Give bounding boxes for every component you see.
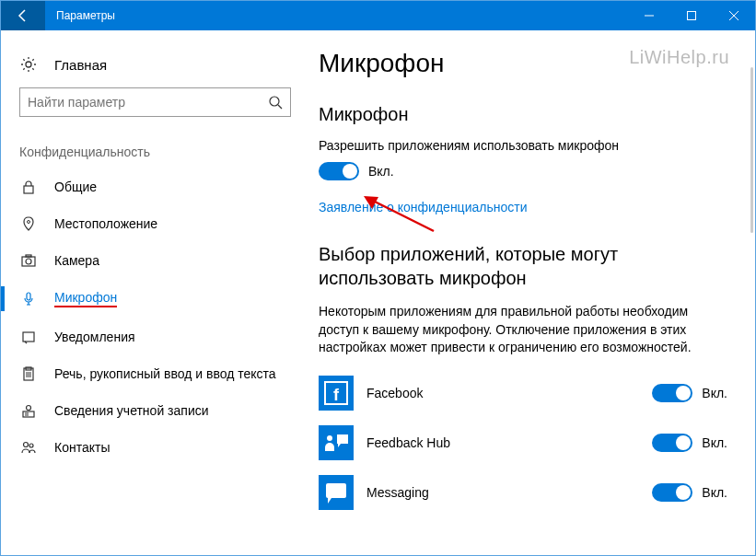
svg-rect-13: [23, 332, 34, 342]
sidebar-item-account[interactable]: Сведения учетной записи: [1, 392, 309, 429]
svg-point-23: [24, 443, 29, 447]
maximize-icon: [687, 11, 696, 20]
section-title: Микрофон: [319, 104, 727, 125]
clipboard-icon: [19, 366, 38, 381]
app-toggle-messaging[interactable]: [652, 483, 692, 502]
sidebar: Главная Конфиденциальность Общие Местопо…: [1, 30, 309, 555]
svg-point-29: [327, 435, 332, 441]
arrow-left-icon: [16, 8, 30, 23]
toggle-knob: [676, 435, 691, 450]
close-button[interactable]: [713, 1, 755, 30]
main-toggle-row: Вкл.: [319, 162, 727, 180]
svg-point-8: [28, 221, 30, 224]
window-title: Параметры: [45, 9, 628, 22]
app-toggle-feedback-hub[interactable]: [652, 434, 692, 452]
location-icon: [19, 216, 38, 231]
svg-point-19: [27, 406, 31, 411]
messaging-icon: [319, 475, 354, 510]
microphone-icon: [19, 292, 38, 307]
notification-icon: [19, 330, 38, 344]
toggle-knob: [676, 485, 691, 500]
privacy-statement-link[interactable]: Заявление о конфиденциальности: [319, 200, 527, 214]
toggle-state-label: Вкл.: [368, 164, 394, 179]
svg-point-10: [26, 259, 31, 264]
search-box[interactable]: [19, 87, 291, 117]
facebook-icon: f: [319, 376, 354, 411]
app-name: Feedback Hub: [366, 435, 652, 450]
minimize-icon: [645, 11, 654, 20]
gear-icon: [19, 56, 38, 73]
sidebar-home-label: Главная: [54, 57, 107, 73]
sidebar-item-label: Камера: [54, 253, 99, 268]
permission-description: Разрешить приложениям использовать микро…: [319, 138, 727, 153]
contacts-icon: [19, 440, 38, 455]
close-icon: [729, 11, 739, 20]
lock-icon: [19, 180, 38, 194]
svg-text:f: f: [333, 386, 340, 404]
app-row-facebook: f Facebook Вкл.: [319, 376, 727, 411]
back-button[interactable]: [1, 1, 45, 30]
svg-rect-7: [24, 186, 33, 193]
app-toggle-state: Вкл.: [702, 485, 727, 500]
sidebar-item-label: Уведомления: [54, 330, 135, 344]
feedback-hub-icon: [319, 425, 354, 460]
svg-rect-1: [688, 12, 696, 20]
sidebar-item-label: Местоположение: [54, 216, 157, 231]
maximize-button[interactable]: [670, 1, 713, 30]
sidebar-item-label: Микрофон: [54, 290, 117, 307]
window-controls: [628, 1, 755, 30]
sidebar-item-notifications[interactable]: Уведомления: [1, 319, 309, 355]
app-toggle-facebook[interactable]: [652, 384, 692, 402]
app-row-feedback-hub: Feedback Hub Вкл.: [319, 425, 727, 460]
camera-icon: [19, 253, 38, 268]
main-content: LiWiHelp.ru Микрофон Микрофон Разрешить …: [309, 30, 755, 555]
titlebar: Параметры: [1, 1, 755, 30]
svg-point-4: [26, 62, 31, 67]
sidebar-item-general[interactable]: Общие: [1, 168, 309, 205]
search-icon: [268, 95, 283, 110]
search-input[interactable]: [28, 95, 268, 110]
sidebar-item-label: Речь, рукописный ввод и ввод текста: [54, 366, 276, 381]
account-icon: [19, 403, 38, 418]
svg-point-24: [29, 444, 33, 447]
sidebar-category: Конфиденциальность: [1, 135, 309, 168]
microphone-permission-toggle[interactable]: [319, 162, 359, 180]
sidebar-item-label: Общие: [54, 180, 97, 194]
sidebar-item-microphone[interactable]: Микрофон: [1, 279, 309, 319]
watermark: LiWiHelp.ru: [629, 47, 729, 68]
svg-rect-30: [337, 434, 348, 444]
apps-section-description: Некоторым приложениям для правильной раб…: [319, 303, 727, 357]
toggle-knob: [676, 386, 691, 400]
svg-rect-12: [27, 293, 30, 300]
sidebar-item-contacts[interactable]: Контакты: [1, 429, 309, 466]
sidebar-item-label: Контакты: [54, 440, 110, 455]
sidebar-item-camera[interactable]: Камера: [1, 242, 309, 279]
sidebar-item-speech[interactable]: Речь, рукописный ввод и ввод текста: [1, 355, 309, 392]
svg-line-6: [278, 105, 282, 109]
minimize-button[interactable]: [628, 1, 670, 30]
app-name: Facebook: [366, 386, 652, 400]
app-name: Messaging: [366, 485, 652, 500]
svg-point-5: [270, 97, 279, 106]
svg-rect-11: [26, 255, 31, 257]
apps-section-title: Выбор приложений, которые могут использо…: [319, 242, 727, 290]
app-toggle-state: Вкл.: [702, 435, 727, 450]
sidebar-home[interactable]: Главная: [1, 49, 309, 87]
app-row-messaging: Messaging Вкл.: [319, 475, 727, 510]
scrollbar[interactable]: [750, 67, 753, 233]
active-indicator: [1, 286, 5, 311]
app-toggle-state: Вкл.: [702, 386, 727, 400]
toggle-knob: [343, 164, 357, 179]
svg-rect-20: [23, 411, 34, 417]
sidebar-item-location[interactable]: Местоположение: [1, 205, 309, 242]
svg-rect-28: [319, 425, 354, 460]
svg-rect-32: [326, 483, 346, 498]
sidebar-item-label: Сведения учетной записи: [54, 403, 209, 418]
